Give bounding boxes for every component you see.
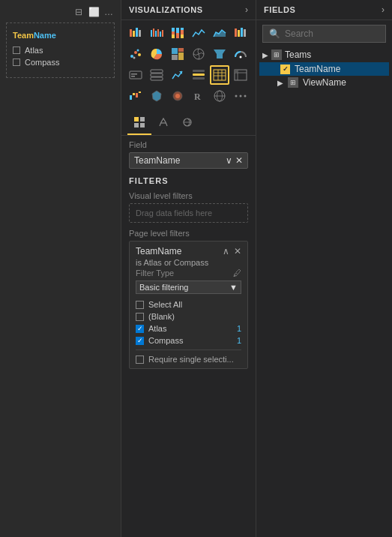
- viz-icon-area-chart[interactable]: [210, 23, 229, 43]
- field-clear-icon[interactable]: ✕: [235, 155, 243, 166]
- viz-icon-matrix[interactable]: [231, 65, 250, 85]
- svg-point-65: [235, 95, 238, 98]
- field-input[interactable]: TeamName ∨ ✕: [129, 152, 248, 169]
- filter-option-blank[interactable]: (Blank): [136, 310, 241, 322]
- blank-checkbox[interactable]: [136, 313, 144, 321]
- tree-group-header-teams[interactable]: ▶ ⊞ Teams: [259, 47, 389, 62]
- viz-tab-fields[interactable]: [127, 113, 151, 135]
- viz-tab-format[interactable]: [151, 113, 175, 135]
- viz-icon-100pct-bar[interactable]: [168, 23, 187, 43]
- svg-rect-31: [178, 52, 184, 60]
- tree-expand-viewname-icon: ▶: [277, 79, 283, 87]
- svg-rect-43: [193, 70, 205, 72]
- viz-icon-treemap[interactable]: [168, 44, 187, 64]
- viz-icon-scatter[interactable]: [126, 44, 145, 64]
- resize-icon[interactable]: ⊟: [73, 6, 85, 18]
- svg-rect-16: [181, 30, 184, 34]
- svg-rect-7: [157, 29, 159, 37]
- require-label: Require single selecti...: [148, 355, 234, 364]
- svg-rect-56: [133, 93, 135, 95]
- filters-title: FILTERS: [129, 176, 248, 185]
- select-all-label: Select All: [148, 300, 182, 309]
- tree-expand-icon: ▶: [262, 51, 268, 59]
- viz-icon-r-visual[interactable]: R: [189, 86, 208, 106]
- svg-point-67: [244, 95, 247, 98]
- svg-rect-0: [130, 29, 132, 37]
- list-item: Atlas: [13, 46, 108, 55]
- filter-option-select-all[interactable]: Select All: [136, 298, 241, 310]
- filter-card-icons: ∧ ✕: [223, 246, 241, 256]
- select-all-checkbox[interactable]: [136, 301, 144, 309]
- field-chevron-icon[interactable]: ∨: [226, 155, 232, 166]
- svg-rect-71: [140, 123, 145, 128]
- drag-drop-area[interactable]: Drag data fields here: [129, 203, 248, 223]
- viz-icon-clustered-bar[interactable]: [147, 23, 166, 43]
- filter-option-compass[interactable]: Compass 1: [136, 334, 241, 346]
- svg-rect-37: [131, 74, 137, 75]
- visualizations-arrow[interactable]: ›: [245, 4, 248, 15]
- viz-icon-shape-map[interactable]: [168, 86, 187, 106]
- filter-collapse-icon[interactable]: ∧: [223, 246, 229, 256]
- page-level-label: Page level filters: [129, 229, 248, 238]
- svg-rect-17: [181, 34, 184, 38]
- viz-tab-analytics[interactable]: [175, 113, 199, 135]
- atlas-filter-checkbox[interactable]: [136, 325, 144, 333]
- filter-card-meta: Filter Type: [136, 268, 174, 278]
- visualizations-title: VISUALIZATIONS: [129, 5, 203, 14]
- svg-rect-32: [172, 55, 178, 60]
- visualizations-panel: VISUALIZATIONS ›: [121, 0, 256, 537]
- viz-icon-more[interactable]: [231, 86, 250, 106]
- fields-title: FIELDS: [264, 5, 295, 14]
- viz-icon-kpi[interactable]: [168, 65, 187, 85]
- filter-type-select[interactable]: Basic filtering ▼: [136, 280, 241, 294]
- svg-rect-20: [238, 30, 240, 37]
- svg-rect-57: [136, 93, 138, 98]
- svg-rect-40: [151, 74, 163, 76]
- atlas-filter-label: Atlas: [148, 324, 166, 333]
- viz-icon-filled-map[interactable]: [147, 86, 166, 106]
- tree-table-icon-viewname: ⊞: [288, 77, 298, 88]
- svg-text:R: R: [194, 92, 201, 102]
- svg-point-24: [134, 51, 137, 54]
- viz-icon-globe[interactable]: [210, 86, 229, 106]
- fields-tree: ▶ ⊞ Teams ✓ TeamName ▶ ⊞ ViewName: [256, 47, 392, 89]
- require-checkbox[interactable]: [136, 356, 144, 364]
- viz-icon-gauge[interactable]: [231, 44, 250, 64]
- svg-rect-29: [172, 48, 178, 54]
- filters-section: FILTERS Visual level filters Drag data f…: [121, 172, 256, 374]
- more-icon[interactable]: …: [103, 6, 115, 18]
- fields-header: FIELDS ›: [256, 0, 392, 20]
- viz-icon-map[interactable]: [189, 44, 208, 64]
- compass-filter-label: Compass: [148, 336, 183, 345]
- fullscreen-icon[interactable]: ⬜: [88, 6, 100, 18]
- filter-close-icon[interactable]: ✕: [234, 246, 241, 256]
- svg-rect-2: [136, 28, 138, 37]
- filter-option-atlas[interactable]: Atlas 1: [136, 322, 241, 334]
- filter-type-value: Basic filtering: [139, 283, 188, 292]
- tree-item-teamname[interactable]: ✓ TeamName: [259, 62, 389, 76]
- viz-icon-multirow-card[interactable]: [147, 65, 166, 85]
- viz-icon-line-chart[interactable]: [189, 23, 208, 43]
- svg-rect-19: [235, 28, 237, 37]
- filter-card-header: TeamName ∧ ✕: [136, 246, 241, 256]
- atlas-checkbox: [13, 46, 20, 54]
- viz-icon-stacked-bar[interactable]: [126, 23, 145, 43]
- search-input[interactable]: [285, 28, 392, 39]
- compass-filter-checkbox[interactable]: [136, 337, 144, 345]
- search-box[interactable]: 🔍: [262, 25, 386, 43]
- viz-icon-table[interactable]: [210, 65, 229, 85]
- svg-rect-21: [241, 28, 243, 37]
- viz-icon-pie[interactable]: [147, 44, 166, 64]
- atlas-label: Atlas: [25, 46, 43, 55]
- viz-icon-card[interactable]: [126, 65, 145, 85]
- fields-arrow[interactable]: ›: [382, 4, 385, 15]
- svg-point-27: [137, 50, 139, 52]
- filter-eraser-icon[interactable]: 🖊: [233, 268, 241, 278]
- svg-point-23: [130, 55, 133, 58]
- viz-icon-slicer[interactable]: [189, 65, 208, 85]
- viz-icon-ribbon[interactable]: [231, 23, 250, 43]
- viz-icon-funnel[interactable]: [210, 44, 229, 64]
- svg-point-66: [240, 95, 242, 98]
- viz-icon-waterfall[interactable]: [126, 86, 145, 106]
- tree-item-viewname[interactable]: ▶ ⊞ ViewName: [259, 76, 389, 89]
